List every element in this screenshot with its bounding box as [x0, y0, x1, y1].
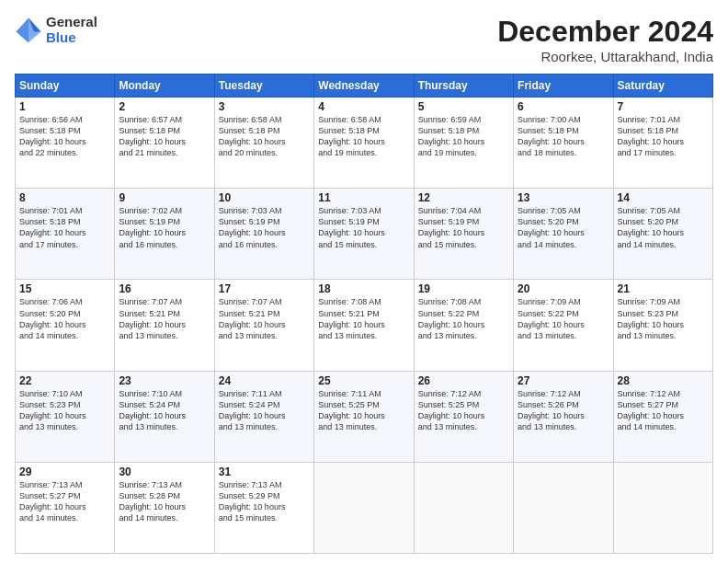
day-number: 5: [418, 100, 509, 113]
day-info: Sunrise: 7:13 AM Sunset: 5:28 PM Dayligh…: [119, 479, 210, 524]
calendar-cell: 16Sunrise: 7:07 AM Sunset: 5:21 PM Dayli…: [115, 280, 214, 371]
svg-marker-3: [17, 17, 29, 42]
day-number: 25: [318, 374, 409, 387]
day-number: 12: [418, 191, 509, 204]
day-info: Sunrise: 7:01 AM Sunset: 5:18 PM Dayligh…: [618, 114, 709, 159]
day-info: Sunrise: 7:11 AM Sunset: 5:25 PM Dayligh…: [318, 388, 409, 433]
day-info: Sunrise: 7:08 AM Sunset: 5:21 PM Dayligh…: [318, 296, 409, 341]
day-number: 1: [19, 100, 110, 113]
logo-blue-text: Blue: [46, 30, 97, 46]
month-title: December 2024: [497, 15, 713, 49]
col-thursday: Thursday: [414, 75, 513, 98]
day-info: Sunrise: 6:57 AM Sunset: 5:18 PM Dayligh…: [119, 114, 210, 159]
col-saturday: Saturday: [613, 75, 712, 98]
calendar-cell: 27Sunrise: 7:12 AM Sunset: 5:26 PM Dayli…: [514, 371, 613, 462]
day-number: 20: [518, 282, 609, 295]
calendar-cell: 5Sunrise: 6:59 AM Sunset: 5:18 PM Daylig…: [414, 98, 513, 189]
day-number: 17: [219, 282, 310, 295]
page: General Blue December 2024 Roorkee, Utta…: [0, 0, 728, 563]
calendar-week-5: 29Sunrise: 7:13 AM Sunset: 5:27 PM Dayli…: [16, 462, 713, 553]
day-number: 15: [19, 282, 110, 295]
col-wednesday: Wednesday: [314, 75, 414, 98]
calendar-cell: 20Sunrise: 7:09 AM Sunset: 5:22 PM Dayli…: [514, 280, 613, 371]
calendar-cell: 18Sunrise: 7:08 AM Sunset: 5:21 PM Dayli…: [314, 280, 414, 371]
day-number: 23: [119, 374, 210, 387]
day-info: Sunrise: 7:13 AM Sunset: 5:29 PM Dayligh…: [219, 479, 310, 524]
day-info: Sunrise: 6:56 AM Sunset: 5:18 PM Dayligh…: [19, 114, 110, 159]
title-block: December 2024 Roorkee, Uttarakhand, Indi…: [497, 15, 713, 64]
calendar-week-2: 8Sunrise: 7:01 AM Sunset: 5:18 PM Daylig…: [16, 189, 713, 280]
day-number: 3: [219, 100, 310, 113]
day-info: Sunrise: 7:09 AM Sunset: 5:22 PM Dayligh…: [518, 296, 609, 341]
day-number: 13: [518, 191, 609, 204]
calendar-week-1: 1Sunrise: 6:56 AM Sunset: 5:18 PM Daylig…: [16, 98, 713, 189]
day-number: 27: [518, 374, 609, 387]
calendar-cell: [314, 462, 414, 553]
day-number: 10: [219, 191, 310, 204]
logo-icon: [15, 17, 42, 44]
calendar-week-4: 22Sunrise: 7:10 AM Sunset: 5:23 PM Dayli…: [16, 371, 713, 462]
calendar-cell: 13Sunrise: 7:05 AM Sunset: 5:20 PM Dayli…: [514, 189, 613, 280]
day-number: 31: [219, 465, 310, 478]
calendar-cell: 23Sunrise: 7:10 AM Sunset: 5:24 PM Dayli…: [115, 371, 214, 462]
col-monday: Monday: [115, 75, 214, 98]
logo-text: General Blue: [46, 15, 97, 45]
calendar-cell: 12Sunrise: 7:04 AM Sunset: 5:19 PM Dayli…: [414, 189, 513, 280]
calendar-cell: 4Sunrise: 6:58 AM Sunset: 5:18 PM Daylig…: [314, 98, 414, 189]
day-number: 14: [618, 191, 709, 204]
day-number: 26: [418, 374, 509, 387]
calendar-week-3: 15Sunrise: 7:06 AM Sunset: 5:20 PM Dayli…: [16, 280, 713, 371]
logo: General Blue: [15, 15, 97, 45]
day-number: 6: [518, 100, 609, 113]
calendar-cell: 3Sunrise: 6:58 AM Sunset: 5:18 PM Daylig…: [214, 98, 313, 189]
calendar-cell: 9Sunrise: 7:02 AM Sunset: 5:19 PM Daylig…: [115, 189, 214, 280]
day-info: Sunrise: 7:11 AM Sunset: 5:24 PM Dayligh…: [219, 388, 310, 433]
col-tuesday: Tuesday: [214, 75, 313, 98]
day-info: Sunrise: 7:09 AM Sunset: 5:23 PM Dayligh…: [618, 296, 709, 341]
day-info: Sunrise: 6:59 AM Sunset: 5:18 PM Dayligh…: [418, 114, 509, 159]
day-number: 7: [618, 100, 709, 113]
day-number: 21: [618, 282, 709, 295]
calendar-cell: 26Sunrise: 7:12 AM Sunset: 5:25 PM Dayli…: [414, 371, 513, 462]
calendar-cell: 19Sunrise: 7:08 AM Sunset: 5:22 PM Dayli…: [414, 280, 513, 371]
header-row: Sunday Monday Tuesday Wednesday Thursday…: [16, 75, 713, 98]
day-number: 9: [119, 191, 210, 204]
calendar-cell: [613, 462, 712, 553]
day-number: 16: [119, 282, 210, 295]
logo-general-text: General: [46, 15, 97, 30]
day-info: Sunrise: 7:08 AM Sunset: 5:22 PM Dayligh…: [418, 296, 509, 341]
day-number: 30: [119, 465, 210, 478]
day-info: Sunrise: 7:12 AM Sunset: 5:26 PM Dayligh…: [518, 388, 609, 433]
day-info: Sunrise: 7:03 AM Sunset: 5:19 PM Dayligh…: [219, 205, 310, 250]
calendar-cell: 1Sunrise: 6:56 AM Sunset: 5:18 PM Daylig…: [16, 98, 115, 189]
day-info: Sunrise: 6:58 AM Sunset: 5:18 PM Dayligh…: [219, 114, 310, 159]
day-info: Sunrise: 7:12 AM Sunset: 5:25 PM Dayligh…: [418, 388, 509, 433]
calendar-cell: 11Sunrise: 7:03 AM Sunset: 5:19 PM Dayli…: [314, 189, 414, 280]
calendar-cell: 15Sunrise: 7:06 AM Sunset: 5:20 PM Dayli…: [16, 280, 115, 371]
calendar-cell: 28Sunrise: 7:12 AM Sunset: 5:27 PM Dayli…: [613, 371, 712, 462]
day-number: 19: [418, 282, 509, 295]
col-friday: Friday: [514, 75, 613, 98]
calendar-cell: 10Sunrise: 7:03 AM Sunset: 5:19 PM Dayli…: [214, 189, 313, 280]
calendar-cell: 2Sunrise: 6:57 AM Sunset: 5:18 PM Daylig…: [115, 98, 214, 189]
calendar-cell: 8Sunrise: 7:01 AM Sunset: 5:18 PM Daylig…: [16, 189, 115, 280]
calendar-cell: 22Sunrise: 7:10 AM Sunset: 5:23 PM Dayli…: [16, 371, 115, 462]
calendar-cell: [414, 462, 513, 553]
day-info: Sunrise: 7:07 AM Sunset: 5:21 PM Dayligh…: [119, 296, 210, 341]
calendar-cell: 30Sunrise: 7:13 AM Sunset: 5:28 PM Dayli…: [115, 462, 214, 553]
day-info: Sunrise: 7:10 AM Sunset: 5:24 PM Dayligh…: [119, 388, 210, 433]
day-info: Sunrise: 7:02 AM Sunset: 5:19 PM Dayligh…: [119, 205, 210, 250]
calendar-cell: 25Sunrise: 7:11 AM Sunset: 5:25 PM Dayli…: [314, 371, 414, 462]
location: Roorkee, Uttarakhand, India: [497, 49, 713, 64]
day-number: 2: [119, 100, 210, 113]
day-info: Sunrise: 7:00 AM Sunset: 5:18 PM Dayligh…: [518, 114, 609, 159]
calendar-cell: 6Sunrise: 7:00 AM Sunset: 5:18 PM Daylig…: [514, 98, 613, 189]
day-number: 11: [318, 191, 409, 204]
day-info: Sunrise: 7:01 AM Sunset: 5:18 PM Dayligh…: [19, 205, 110, 250]
calendar-cell: 31Sunrise: 7:13 AM Sunset: 5:29 PM Dayli…: [214, 462, 313, 553]
day-info: Sunrise: 6:58 AM Sunset: 5:18 PM Dayligh…: [318, 114, 409, 159]
day-info: Sunrise: 7:10 AM Sunset: 5:23 PM Dayligh…: [19, 388, 110, 433]
day-number: 28: [618, 374, 709, 387]
day-info: Sunrise: 7:07 AM Sunset: 5:21 PM Dayligh…: [219, 296, 310, 341]
calendar-cell: 17Sunrise: 7:07 AM Sunset: 5:21 PM Dayli…: [214, 280, 313, 371]
